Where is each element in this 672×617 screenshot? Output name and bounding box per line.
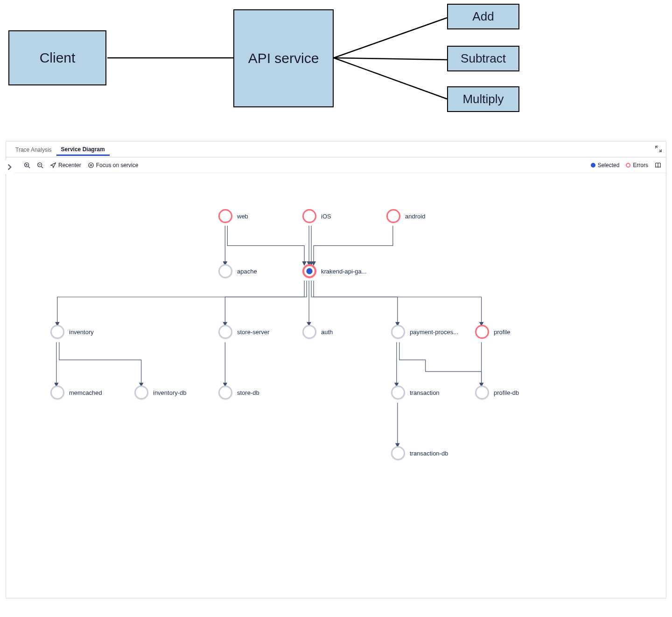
node-label: auth	[321, 329, 333, 336]
service-node-icon	[391, 325, 405, 339]
node-label: iOS	[321, 213, 331, 220]
selected-dot-icon	[591, 163, 595, 168]
svg-point-11	[88, 162, 93, 168]
recenter-label: Recenter	[58, 162, 81, 168]
node-web[interactable]: web	[218, 209, 248, 223]
chevron-right-icon	[6, 163, 14, 171]
service-node-icon	[218, 209, 232, 223]
svg-line-5	[28, 166, 30, 168]
zoom-in-icon	[24, 162, 30, 168]
zoom-out-button[interactable]	[37, 162, 43, 168]
recenter-icon	[50, 162, 56, 168]
node-ios[interactable]: iOS	[302, 209, 331, 223]
svg-line-9	[42, 166, 43, 168]
expand-icon	[655, 145, 662, 153]
service-node-icon	[218, 325, 232, 339]
node-label: android	[405, 213, 425, 220]
node-payment[interactable]: payment-proces...	[391, 325, 458, 339]
service-node-icon	[391, 446, 405, 460]
book-icon	[655, 162, 661, 168]
tab-bar: Trace Analysis Service Diagram	[6, 141, 666, 157]
node-label: transaction-db	[410, 450, 448, 457]
node-auth[interactable]: auth	[302, 325, 333, 339]
service-node-icon	[302, 209, 316, 223]
service-node-icon	[302, 325, 316, 339]
service-node-icon	[475, 386, 489, 400]
errors-dot-icon	[626, 163, 630, 168]
service-node-icon	[218, 386, 232, 400]
svg-line-3	[334, 58, 447, 99]
node-label: store-server	[237, 329, 269, 336]
zoom-in-button[interactable]	[24, 162, 30, 168]
recenter-button[interactable]: Recenter	[50, 162, 81, 168]
node-store-db[interactable]: store-db	[218, 386, 259, 400]
service-node-icon	[386, 209, 400, 223]
zoom-out-icon	[37, 162, 43, 168]
architecture-diagram: Client API service Add Subtract Multiply	[0, 0, 672, 135]
focus-icon	[88, 162, 94, 168]
node-label: payment-proces...	[410, 329, 458, 336]
service-node-icon	[50, 325, 64, 339]
focus-service-button[interactable]: Focus on service	[88, 162, 139, 168]
add-label: Add	[472, 9, 494, 24]
tab-diagram-label: Service Diagram	[61, 146, 105, 153]
node-label: store-db	[237, 389, 259, 396]
legend-errors-label: Errors	[633, 162, 648, 168]
multiply-label: Multiply	[462, 92, 504, 106]
tab-service-diagram[interactable]: Service Diagram	[56, 142, 110, 156]
node-apache[interactable]: apache	[218, 264, 257, 278]
service-diagram-panel: Trace Analysis Service Diagram Recenter …	[6, 141, 666, 598]
node-memcached[interactable]: memcached	[50, 386, 102, 400]
legend: Selected Errors	[591, 162, 661, 168]
legend-selected-label: Selected	[598, 162, 620, 168]
add-box: Add	[447, 4, 519, 29]
node-gateway[interactable]: krakend-api-ga...	[302, 264, 367, 278]
svg-point-12	[90, 164, 92, 166]
svg-line-1	[334, 18, 447, 58]
service-node-icon	[391, 386, 405, 400]
subtract-label: Subtract	[461, 51, 506, 66]
node-label: inventory-db	[153, 389, 187, 396]
expand-button[interactable]	[655, 145, 662, 153]
node-label: apache	[237, 268, 257, 275]
sidebar-toggle[interactable]	[6, 160, 14, 174]
svg-line-2	[334, 58, 447, 60]
node-label: web	[237, 213, 248, 220]
node-inventory-db[interactable]: inventory-db	[134, 386, 187, 400]
node-label: krakend-api-ga...	[321, 268, 367, 275]
node-inventory[interactable]: inventory	[50, 325, 94, 339]
focus-label: Focus on service	[96, 162, 139, 168]
node-transaction-db[interactable]: transaction-db	[391, 446, 448, 460]
tab-trace-label: Trace Analysis	[15, 147, 52, 153]
service-node-icon	[218, 264, 232, 278]
service-node-icon	[50, 386, 64, 400]
diagram-toolbar: Recenter Focus on service Selected Error…	[6, 157, 666, 173]
node-label: profile-db	[494, 389, 519, 396]
node-label: transaction	[410, 389, 440, 396]
node-android[interactable]: android	[386, 209, 425, 223]
node-label: profile	[494, 329, 510, 336]
tab-trace-analysis[interactable]: Trace Analysis	[11, 143, 56, 156]
client-label: Client	[40, 50, 76, 66]
node-profile-db[interactable]: profile-db	[475, 386, 519, 400]
node-store-server[interactable]: store-server	[218, 325, 269, 339]
docs-button[interactable]	[655, 162, 661, 168]
node-label: inventory	[69, 329, 94, 336]
service-node-icon	[134, 386, 148, 400]
api-service-label: API service	[248, 50, 319, 66]
subtract-box: Subtract	[447, 46, 519, 71]
api-service-box: API service	[233, 9, 334, 107]
graph-edges	[6, 173, 666, 598]
service-node-icon	[302, 264, 316, 278]
legend-selected: Selected	[591, 162, 620, 168]
legend-errors: Errors	[626, 162, 648, 168]
client-box: Client	[8, 30, 106, 85]
node-profile[interactable]: profile	[475, 325, 510, 339]
node-transaction[interactable]: transaction	[391, 386, 440, 400]
multiply-box: Multiply	[447, 86, 519, 112]
diagram-canvas[interactable]: web iOS android apache krakend-api-ga...…	[6, 173, 666, 598]
service-node-icon	[475, 325, 489, 339]
node-label: memcached	[69, 389, 102, 396]
